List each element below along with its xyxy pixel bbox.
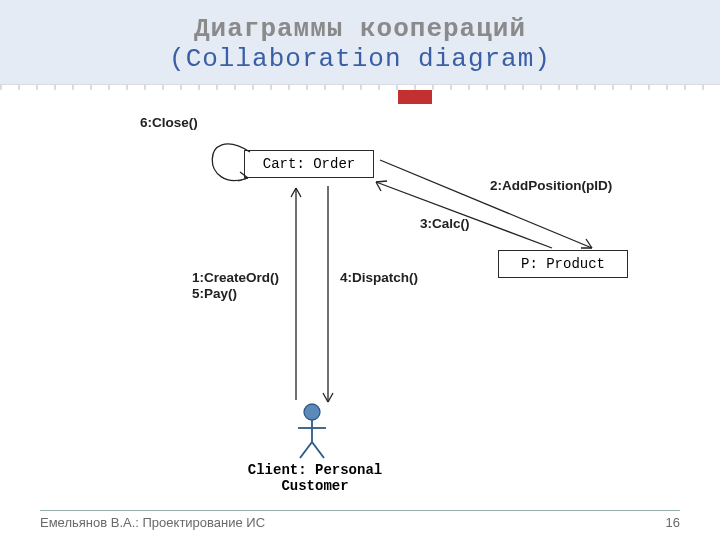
- msg-1-createord: 1:CreateOrd(): [192, 270, 279, 285]
- node-order: Cart: Order: [244, 150, 374, 178]
- msg-4-dispatch: 4:Dispatch(): [340, 270, 418, 285]
- node-product: P: Product: [498, 250, 628, 278]
- msg-2-addposition: 2:AddPosition(pID): [490, 178, 612, 193]
- msg-5-pay: 5:Pay(): [192, 286, 237, 301]
- slide-footer: Емельянов В.А.: Проектирование ИС 16: [40, 510, 680, 530]
- diagram-stage: Cart: Order P: Product 6:Close() 1:Creat…: [0, 90, 720, 500]
- footer-author: Емельянов В.А.: Проектирование ИС: [40, 515, 265, 530]
- svg-line-7: [300, 442, 312, 458]
- title-ru: Диаграммы коопераций: [0, 14, 720, 44]
- svg-line-2: [380, 160, 592, 248]
- svg-point-4: [304, 404, 320, 420]
- title-en: (Collaboration diagram): [0, 44, 720, 74]
- footer-page: 16: [666, 515, 680, 530]
- msg-6-close: 6:Close(): [140, 115, 198, 130]
- slide-header: Диаграммы коопераций (Collaboration diag…: [0, 0, 720, 84]
- msg-3-calc: 3:Calc(): [420, 216, 470, 231]
- actor-label: Client: Personal Customer: [210, 462, 420, 494]
- svg-line-8: [312, 442, 324, 458]
